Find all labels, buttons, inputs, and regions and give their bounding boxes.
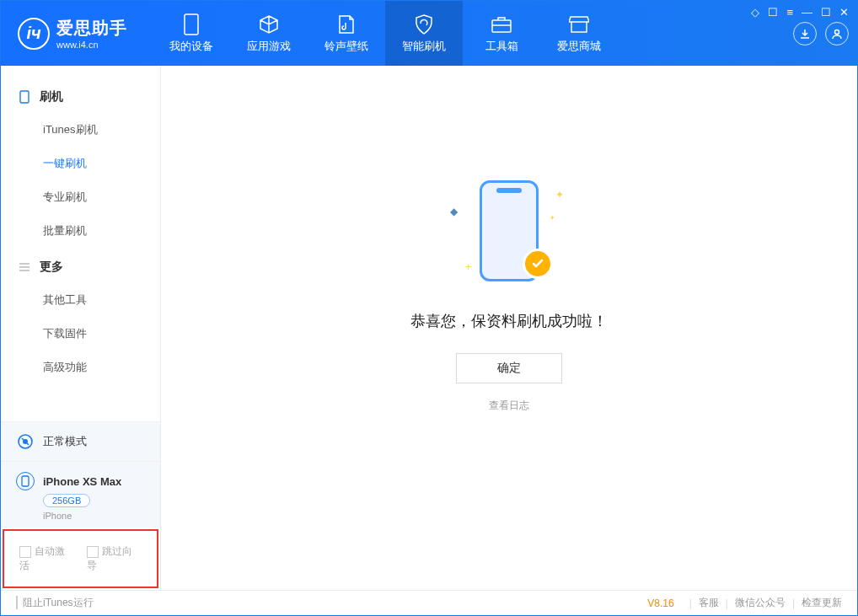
- nav-my-device[interactable]: 我的设备: [153, 1, 230, 66]
- nav-apps-games[interactable]: 应用游戏: [230, 1, 308, 66]
- sidebar-item-other-tools[interactable]: 其他工具: [1, 283, 160, 317]
- logo-icon: iч: [18, 18, 50, 50]
- device-name: iPhone XS Max: [43, 475, 121, 488]
- nav-store[interactable]: 爱思商城: [540, 1, 618, 66]
- shield-refresh-icon: [413, 13, 435, 35]
- svg-rect-1: [492, 20, 511, 32]
- window-controls: ◇ ☐ ≡ — ☐ ✕: [751, 6, 849, 19]
- sidebar-item-download-firmware[interactable]: 下载固件: [1, 317, 160, 351]
- footer-link-update[interactable]: 检查更新: [802, 596, 842, 610]
- device-panel[interactable]: iPhone XS Max 256GB iPhone: [1, 461, 160, 528]
- footer-link-support[interactable]: 客服: [699, 596, 719, 610]
- status-bar: 阻止iTunes运行 V8.16 | 客服 | 微信公众号 | 检查更新: [1, 590, 857, 615]
- minimize-icon[interactable]: —: [802, 6, 812, 19]
- app-subtitle: www.i4.cn: [56, 40, 127, 50]
- sidebar-item-advanced[interactable]: 高级功能: [1, 351, 160, 384]
- sparkle-icon: ◆: [450, 206, 458, 217]
- app-title: 爱思助手: [56, 17, 127, 40]
- mode-indicator[interactable]: 正常模式: [1, 421, 160, 461]
- main-area: 刷机 iTunes刷机 一键刷机 专业刷机 批量刷机 更多 其他工具 下载固件 …: [1, 66, 857, 590]
- user-button[interactable]: [825, 22, 849, 46]
- device-type: iPhone: [43, 511, 72, 521]
- sidebar-item-pro-flash[interactable]: 专业刷机: [1, 180, 160, 214]
- highlighted-options: 自动激活 跳过向导: [3, 529, 158, 588]
- device-icon: [16, 472, 35, 490]
- ok-button[interactable]: 确定: [456, 353, 562, 383]
- sparkle-icon: ✦: [555, 189, 564, 201]
- briefcase-icon: [491, 13, 512, 35]
- sidebar-group-more: 更多 其他工具 下载固件 高级功能: [1, 251, 160, 384]
- logo: iч 爱思助手 www.i4.cn: [18, 17, 127, 50]
- feedback-icon[interactable]: ☐: [768, 6, 778, 19]
- nav-ringtones[interactable]: 铃声壁纸: [308, 1, 385, 66]
- main-nav: 我的设备 应用游戏 铃声壁纸 智能刷机 工具箱 爱思商城: [153, 1, 618, 66]
- view-log-link[interactable]: 查看日志: [489, 399, 529, 413]
- decorate-icon[interactable]: ◇: [751, 6, 759, 19]
- sidebar-group-flash: 刷机 iTunes刷机 一键刷机 专业刷机 批量刷机: [1, 81, 160, 248]
- sidebar-head-flash: 刷机: [1, 81, 160, 113]
- checkbox-auto-activate[interactable]: 自动激活: [19, 544, 75, 573]
- phone-icon: [180, 13, 202, 35]
- version-label: V8.16: [647, 597, 673, 609]
- check-badge-icon: [523, 249, 553, 279]
- success-illustration: ◆ ✦ + ✦: [442, 176, 576, 294]
- close-icon[interactable]: ✕: [839, 6, 849, 19]
- sidebar-bottom: 正常模式 iPhone XS Max 256GB iPhone 自动激活 跳过向…: [1, 421, 160, 590]
- menu-icon[interactable]: ≡: [786, 6, 793, 19]
- list-icon: [18, 260, 31, 274]
- svg-rect-6: [22, 476, 29, 486]
- header-right: [793, 22, 849, 46]
- content-pane: ◆ ✦ + ✦ 恭喜您，保资料刷机成功啦！ 确定 查看日志: [161, 66, 857, 590]
- svg-point-2: [835, 29, 839, 34]
- footer-link-wechat[interactable]: 微信公众号: [735, 596, 786, 610]
- phone-outline-icon: [18, 90, 31, 104]
- title-bar: ◇ ☐ ≡ — ☐ ✕ iч 爱思助手 www.i4.cn 我的设备 应用游戏 …: [1, 1, 857, 66]
- shop-icon: [568, 13, 590, 35]
- sidebar: 刷机 iTunes刷机 一键刷机 专业刷机 批量刷机 更多 其他工具 下载固件 …: [1, 66, 161, 590]
- svg-rect-3: [20, 91, 29, 103]
- sparkle-icon: ✦: [550, 214, 555, 222]
- maximize-icon[interactable]: ☐: [821, 6, 831, 19]
- device-capacity: 256GB: [43, 494, 90, 507]
- nav-smart-flash[interactable]: 智能刷机: [385, 1, 463, 66]
- music-file-icon: [335, 13, 357, 35]
- success-message: 恭喜您，保资料刷机成功啦！: [410, 311, 608, 331]
- sidebar-head-more: 更多: [1, 251, 160, 283]
- checkbox-skip-wizard[interactable]: 跳过向导: [87, 544, 142, 573]
- cube-icon: [258, 13, 280, 35]
- sidebar-item-itunes-flash[interactable]: iTunes刷机: [1, 113, 160, 147]
- sparkle-icon: +: [465, 261, 471, 273]
- mode-icon: [16, 432, 35, 451]
- sidebar-item-onekey-flash[interactable]: 一键刷机: [1, 147, 160, 180]
- checkbox-block-itunes[interactable]: 阻止iTunes运行: [16, 596, 94, 610]
- svg-rect-0: [185, 14, 198, 35]
- nav-toolbox[interactable]: 工具箱: [463, 1, 540, 66]
- download-button[interactable]: [793, 22, 817, 46]
- sidebar-item-batch-flash[interactable]: 批量刷机: [1, 214, 160, 248]
